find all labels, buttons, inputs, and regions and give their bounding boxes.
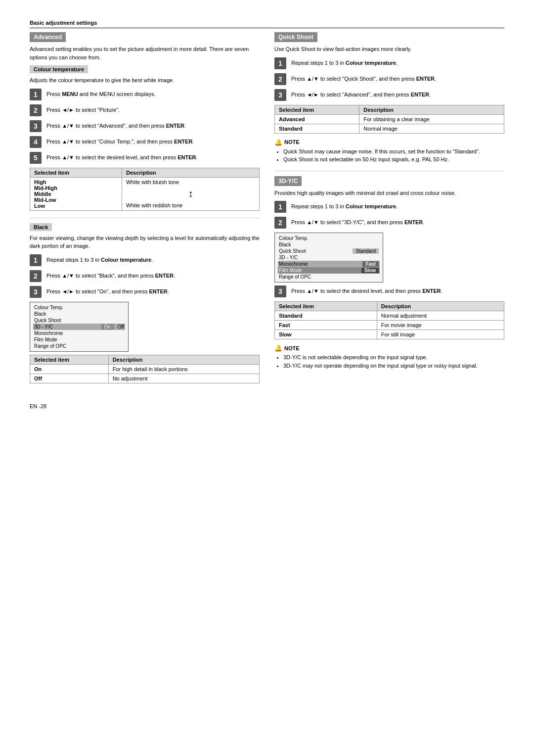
col-header-desc: Description xyxy=(122,168,260,177)
black-desc: For easier viewing, change the viewing d… xyxy=(30,234,260,250)
3d-yc-section: 3D-Y/C Provides high quality images with… xyxy=(274,171,504,370)
3dyc-step-text-2: Press ▲/▼ to select "3D-Y/C", and then p… xyxy=(291,217,424,227)
menu-item-range-opc: Range of OPC xyxy=(33,343,125,349)
qs-note-header: 🔔 NOTE xyxy=(274,139,504,146)
3dyc-col-header-item: Selected item xyxy=(275,302,377,311)
qs-step-num-3: 3 xyxy=(274,89,286,101)
3dyc-note-header: 🔔 NOTE xyxy=(274,344,504,352)
qs-notes: 🔔 NOTE Quick Shoot may cause image noise… xyxy=(274,139,504,164)
table-row: Slow For still image xyxy=(275,330,504,339)
3dyc-step-2: 2 Press ▲/▼ to select "3D-Y/C", and then… xyxy=(274,217,504,229)
qs-step-num-1: 1 xyxy=(274,57,286,69)
3dyc-item-slow: Slow xyxy=(275,330,377,339)
qs-step-3: 3 Press ◄/► to select "Advanced", and th… xyxy=(274,89,504,101)
qs-step-text-2: Press ▲/▼ to select "Quick Shoot", and t… xyxy=(291,73,436,83)
3dyc-step-num-2: 2 xyxy=(274,217,286,229)
menu-item-film-mode: Film Mode xyxy=(33,336,125,343)
3dyc-menu-3dyc: 3D - Y/C xyxy=(278,254,380,261)
step-num-2: 2 xyxy=(30,104,42,116)
3dyc-step-num-3: 3 xyxy=(274,285,286,297)
3dyc-notes: 🔔 NOTE 3D-Y/C is not selectable dependin… xyxy=(274,344,504,370)
step-4: 4 Press ▲/▼ to select "Colour Temp.", an… xyxy=(30,136,260,148)
quick-shoot-section: Quick Shoot Use Quick Shoot to view fast… xyxy=(274,32,504,164)
colour-temp-section: Colour temperature Adjusts the colour te… xyxy=(30,65,260,211)
3dyc-menu-colour-temp: Colour Temp. xyxy=(278,235,380,241)
step-text-1: Press MENU and the MENU screen displays. xyxy=(46,89,156,98)
step-text-2: Press ◄/► to select "Picture". xyxy=(46,104,120,114)
col-header-item: Selected item xyxy=(30,168,122,177)
step-2: 2 Press ◄/► to select "Picture". xyxy=(30,104,260,116)
black-step-text-2: Press ▲/▼ to select "Black", and then pr… xyxy=(46,270,175,280)
3dyc-step-text-1: Repeat steps 1 to 3 in Colour temperatur… xyxy=(291,201,398,211)
page-number: EN -28 xyxy=(30,403,46,409)
black-menu-screenshot: Colour Temp. Black Quick Shoot 3D - Y/C … xyxy=(30,302,129,352)
3dyc-table: Selected item Description Standard Norma… xyxy=(274,301,504,339)
3dyc-item-fast: Fast xyxy=(275,321,377,330)
black-step-num-1: 1 xyxy=(30,254,42,266)
3dyc-desc-slow: For still image xyxy=(377,330,504,339)
quick-shoot-header: Quick Shoot xyxy=(274,32,317,42)
table-row: HighMid-HighMiddleMid-LowLow White with … xyxy=(30,177,260,210)
black-step-num-3: 3 xyxy=(30,286,42,298)
right-column: Quick Shoot Use Quick Shoot to view fast… xyxy=(274,32,504,388)
step-5: 5 Press ▲/▼ to select the desired level,… xyxy=(30,152,260,164)
item-on: On xyxy=(30,364,109,374)
qs-desc-standard: Normal image xyxy=(359,124,504,133)
qs-note-list: Quick Shoot may cause image noise. If th… xyxy=(274,147,504,164)
menu-item-3d-yc: 3D - Y/C OnOff xyxy=(33,324,125,330)
black-table: Selected item Description On For high de… xyxy=(30,355,260,383)
menu-item-colour-temp: Colour Temp. xyxy=(33,304,125,311)
page-title: Basic adjustment settings xyxy=(30,20,504,28)
3dyc-menu-film-mode: Film ModeSlow xyxy=(278,267,380,274)
black-step-text-1: Repeat steps 1 to 3 in Colour temperatur… xyxy=(46,254,153,264)
3dyc-note-item-2: 3D-Y/C may not operate depending on the … xyxy=(283,362,504,370)
item-high: HighMid-HighMiddleMid-LowLow xyxy=(30,177,122,210)
3dyc-step-text-3: Press ▲/▼ to select the desired level, a… xyxy=(291,285,442,295)
3dyc-desc-standard: Normal adjustment xyxy=(377,311,504,321)
colour-temp-desc: Adjusts the colour temperature to give t… xyxy=(30,76,260,85)
3d-yc-header: 3D-Y/C xyxy=(274,176,302,186)
step-num-5: 5 xyxy=(30,152,42,164)
step-num-1: 1 xyxy=(30,89,42,100)
3dyc-col-header-desc: Description xyxy=(377,302,504,311)
3dyc-note-item-1: 3D-Y/C is not selectable depending on th… xyxy=(283,353,504,362)
qs-item-advanced: Advanced xyxy=(275,114,359,124)
step-3: 3 Press ▲/▼ to select "Advanced", and th… xyxy=(30,120,260,132)
3dyc-note-icon: 🔔 xyxy=(274,344,282,352)
item-off: Off xyxy=(30,374,109,383)
3dyc-note-label: NOTE xyxy=(284,345,300,351)
colour-temp-header: Colour temperature xyxy=(30,65,88,73)
3dyc-menu-quick-shoot: Quick ShootStandard xyxy=(278,248,380,254)
qs-col-header-item: Selected item xyxy=(275,105,359,114)
black-col-header-desc: Description xyxy=(108,355,259,364)
advanced-header: Advanced xyxy=(30,32,66,42)
3dyc-menu-black: Black xyxy=(278,241,380,248)
qs-step-text-3: Press ◄/► to select "Advanced", and then… xyxy=(291,89,431,99)
qs-desc-advanced: For obtaining a clear image xyxy=(359,114,504,124)
step-text-5: Press ▲/▼ to select the desired level, a… xyxy=(46,152,197,162)
black-step-3: 3 Press ◄/► to select "On", and then pre… xyxy=(30,286,260,298)
3dyc-note-list: 3D-Y/C is not selectable depending on th… xyxy=(274,353,504,370)
step-text-4: Press ▲/▼ to select "Colour Temp.", and … xyxy=(46,136,194,146)
step-num-4: 4 xyxy=(30,136,42,148)
3dyc-menu-monochrome: MonochromeFast xyxy=(278,261,380,267)
black-step-1: 1 Repeat steps 1 to 3 in Colour temperat… xyxy=(30,254,260,266)
black-step-2: 2 Press ▲/▼ to select "Black", and then … xyxy=(30,270,260,282)
step-text-3: Press ▲/▼ to select "Advanced", and then… xyxy=(46,120,186,130)
3dyc-desc-fast: For movie image xyxy=(377,321,504,330)
3dyc-step-num-1: 1 xyxy=(274,201,286,213)
advanced-desc: Advanced setting enables you to set the … xyxy=(30,45,260,61)
table-row: Off No adjustment xyxy=(30,374,260,383)
black-step-text-3: Press ◄/► to select "On", and then press… xyxy=(46,286,169,296)
desc-on: For high detail in black portions xyxy=(108,364,259,374)
menu-item-quick-shoot: Quick Shoot xyxy=(33,317,125,324)
table-row: Advanced For obtaining a clear image xyxy=(275,114,504,124)
menu-item-black: Black xyxy=(33,311,125,317)
table-row: Fast For movie image xyxy=(275,321,504,330)
desc-high: White with bluish tone ↕ White with redd… xyxy=(122,177,260,210)
qs-step-num-2: 2 xyxy=(274,73,286,85)
3d-yc-desc: Provides high quality images with minima… xyxy=(274,189,504,197)
colour-temp-table: Selected item Description HighMid-HighMi… xyxy=(30,168,260,211)
3dyc-menu-range-opc: Range of OPC xyxy=(278,274,380,280)
note-label: NOTE xyxy=(284,139,300,145)
